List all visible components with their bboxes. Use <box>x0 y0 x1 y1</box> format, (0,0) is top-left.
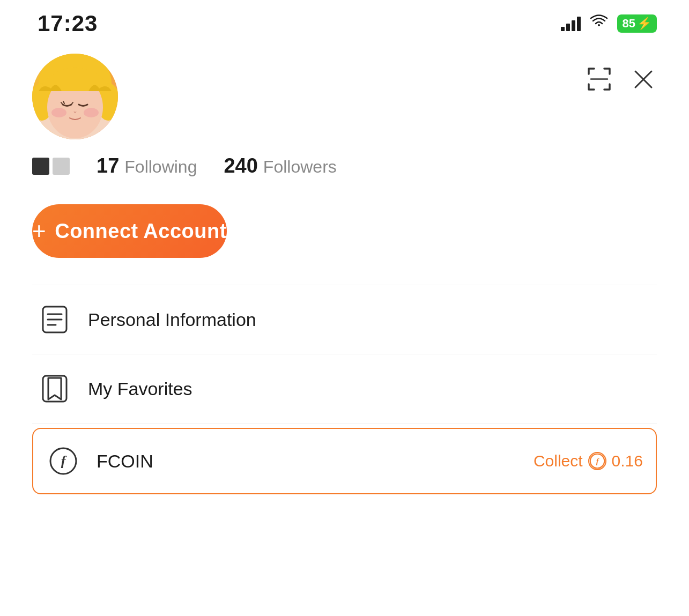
avatar-indicator <box>32 158 70 175</box>
battery-level: 85 <box>623 17 635 31</box>
following-stat[interactable]: 17 Following <box>97 154 197 177</box>
svg-text:f: f <box>596 457 599 465</box>
battery-lightning: ⚡ <box>637 17 651 31</box>
status-time: 17:23 <box>38 11 98 36</box>
fcoin-collect-text: Collect <box>534 452 583 470</box>
menu-item-personal-info[interactable]: Personal Information <box>32 285 657 354</box>
fcoin-coin-icon: f <box>588 452 606 470</box>
signal-icon <box>561 16 581 31</box>
top-actions <box>584 54 657 98</box>
menu-list: Personal Information My Favorites f <box>0 285 689 499</box>
svg-point-5 <box>51 108 66 117</box>
favorites-icon <box>38 372 72 406</box>
scan-icon[interactable] <box>584 64 614 98</box>
indicator-dark <box>32 158 49 175</box>
stats-row: 17 Following 240 Followers <box>32 154 657 177</box>
connect-label: Connect Account <box>55 220 227 243</box>
avatar <box>32 54 118 139</box>
close-icon[interactable] <box>630 66 657 97</box>
following-label: Following <box>124 157 197 177</box>
status-bar: 17:23 85⚡ <box>0 0 689 43</box>
status-icons: 85⚡ <box>561 14 657 33</box>
personal-info-icon <box>38 302 72 337</box>
profile-section: 17 Following 240 Followers <box>0 43 689 177</box>
followers-stat[interactable]: 240 Followers <box>224 154 336 177</box>
svg-rect-17 <box>43 376 66 402</box>
profile-top-row <box>32 54 657 139</box>
menu-item-fcoin[interactable]: f FCOIN Collect f 0.16 <box>32 428 657 494</box>
menu-item-favorites[interactable]: My Favorites <box>32 354 657 424</box>
wifi-icon <box>589 14 609 33</box>
svg-point-6 <box>84 108 99 117</box>
fcoin-collect-area: Collect f 0.16 <box>534 452 643 470</box>
fcoin-icon: f <box>46 444 80 478</box>
fcoin-amount: 0.16 <box>612 452 643 470</box>
battery-badge: 85⚡ <box>617 14 657 33</box>
connect-account-button[interactable]: + Connect Account <box>32 204 227 258</box>
svg-text:f: f <box>61 453 67 469</box>
screen: 17:23 85⚡ <box>0 0 689 616</box>
following-count: 17 <box>97 154 119 177</box>
fcoin-label: FCOIN <box>97 451 517 472</box>
indicator-light <box>53 158 70 175</box>
favorites-label: My Favorites <box>88 378 192 399</box>
followers-count: 240 <box>224 154 257 177</box>
connect-plus-icon: + <box>32 219 46 243</box>
personal-info-label: Personal Information <box>88 309 256 330</box>
followers-label: Followers <box>263 157 337 177</box>
